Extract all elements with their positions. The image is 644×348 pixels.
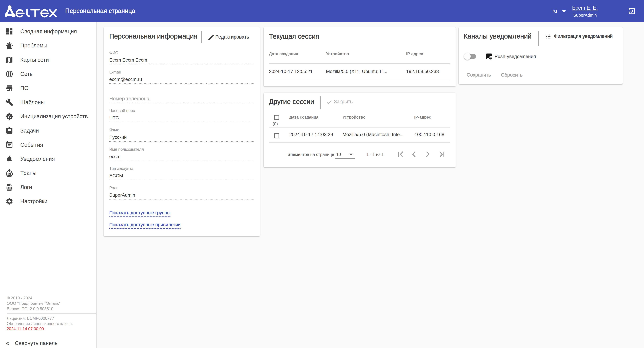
svg-text:LOG: LOG bbox=[7, 187, 12, 189]
